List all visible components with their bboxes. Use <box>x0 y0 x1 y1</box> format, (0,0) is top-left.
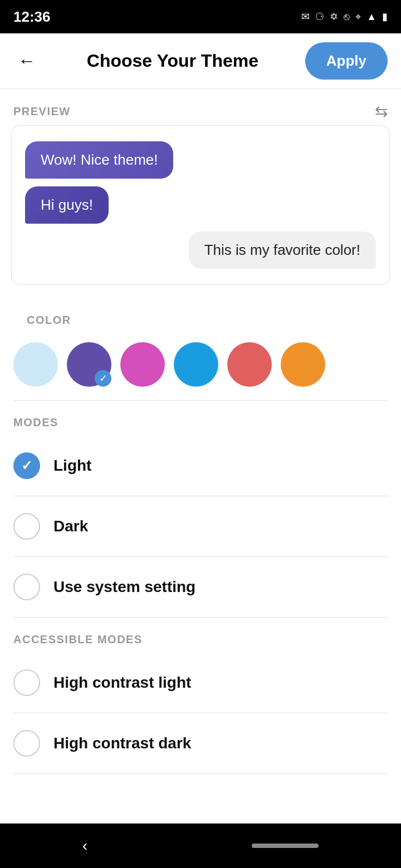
color-swatch-purple[interactable] <box>67 342 111 387</box>
mode-label-high-contrast-dark: High contrast dark <box>53 734 191 752</box>
signal-icon: ▲ <box>366 11 376 23</box>
vibrate-icon: ⎋ <box>344 11 350 23</box>
mode-item-light[interactable]: ✓ Light <box>0 436 401 496</box>
color-swatch-orange[interactable] <box>281 342 325 387</box>
mode-label-high-contrast-light: High contrast light <box>53 674 191 692</box>
mode-item-high-contrast-light[interactable]: High contrast light <box>0 653 401 713</box>
header: ← Choose Your Theme Apply <box>0 33 401 89</box>
bottom-space <box>0 774 401 830</box>
nav-back-icon[interactable]: ‹ <box>82 837 87 855</box>
mode-item-high-contrast-dark[interactable]: High contrast dark <box>0 713 401 773</box>
photo-icon: ⚆ <box>315 11 324 23</box>
bubble-row-3: This is my favorite color! <box>25 231 376 269</box>
modes-section: MODES ✓ Light Dark Use system setting <box>0 401 401 618</box>
bubble-row-1: Wow! Nice theme! <box>25 141 376 186</box>
color-section: COLOR <box>0 298 401 400</box>
status-bar: 12:36 ✉ ⚆ ✡ ⎋ ⌖ ▲ ▮ <box>0 0 401 33</box>
message-icon: ✉ <box>301 11 310 23</box>
color-swatch-light-blue[interactable] <box>13 342 58 387</box>
back-button[interactable]: ← <box>13 46 40 76</box>
color-swatch-pink[interactable] <box>120 342 165 387</box>
radio-dark[interactable] <box>13 513 40 540</box>
received-bubble-1: This is my favorite color! <box>189 231 376 269</box>
battery-icon: ▮ <box>382 11 388 23</box>
radio-high-contrast-light[interactable] <box>13 669 40 696</box>
chat-bubbles: Wow! Nice theme! Hi guys! This is my fav… <box>25 141 376 269</box>
check-icon-light: ✓ <box>21 458 32 474</box>
nav-home-pill[interactable] <box>252 844 319 848</box>
status-time: 12:36 <box>13 8 51 26</box>
mode-label-light: Light <box>53 457 91 475</box>
preview-label: PREVIEW <box>13 105 71 118</box>
mode-item-dark[interactable]: Dark <box>0 496 401 556</box>
accessible-modes-label: ACCESSIBLE MODES <box>0 618 401 653</box>
bottom-nav: ‹ <box>0 823 401 868</box>
bubble-row-2: Hi guys! <box>25 186 376 231</box>
radio-light[interactable]: ✓ <box>13 452 40 479</box>
mode-item-system[interactable]: Use system setting <box>0 557 401 617</box>
color-swatch-blue[interactable] <box>174 342 218 387</box>
accessible-modes-section: ACCESSIBLE MODES High contrast light Hig… <box>0 618 401 774</box>
color-swatches <box>13 342 388 387</box>
color-swatch-salmon[interactable] <box>227 342 272 387</box>
radio-high-contrast-dark[interactable] <box>13 730 40 757</box>
swap-icon[interactable]: ⇆ <box>375 102 388 121</box>
preview-box: Wow! Nice theme! Hi guys! This is my fav… <box>11 125 390 285</box>
color-section-label: COLOR <box>13 298 388 333</box>
page-title: Choose Your Theme <box>87 51 258 71</box>
radio-system[interactable] <box>13 574 40 600</box>
mode-label-system: Use system setting <box>53 578 195 596</box>
modes-section-label: MODES <box>0 401 401 436</box>
sent-bubble-1: Wow! Nice theme! <box>25 141 173 179</box>
status-icons: ✉ ⚆ ✡ ⎋ ⌖ ▲ ▮ <box>301 11 388 23</box>
bluetooth-icon: ✡ <box>330 11 338 23</box>
mode-label-dark: Dark <box>53 517 88 535</box>
apply-button[interactable]: Apply <box>305 42 388 80</box>
sent-bubble-2: Hi guys! <box>25 186 109 224</box>
wifi-icon: ⌖ <box>355 11 361 23</box>
preview-header: PREVIEW ⇆ <box>0 89 401 125</box>
